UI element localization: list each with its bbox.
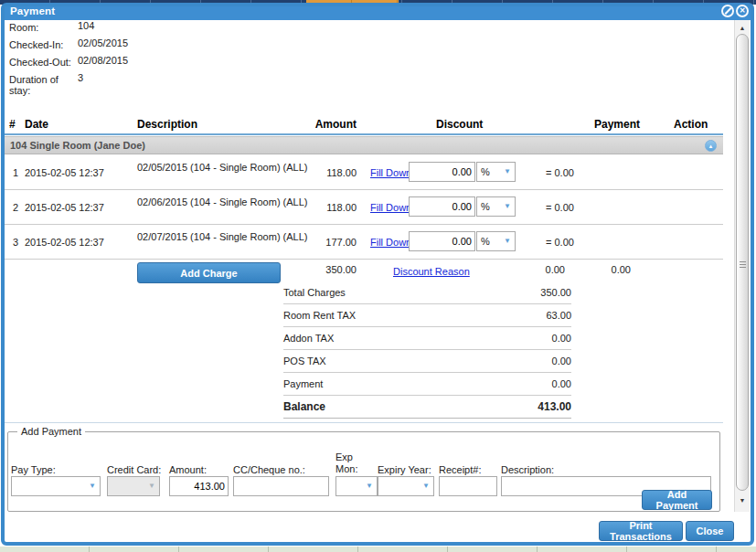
expiry-year-select[interactable]: ▼ xyxy=(378,476,434,496)
row-number: 3 xyxy=(9,237,22,248)
header-underline xyxy=(5,133,723,135)
chevron-down-icon: ▼ xyxy=(422,483,430,490)
payment-value: 0.00 xyxy=(552,378,571,389)
total-charges-value: 350.00 xyxy=(540,287,571,298)
discount-reason-link[interactable]: Discount Reason xyxy=(393,266,470,277)
background-page-bottom-strip xyxy=(0,547,756,552)
group-row-title: 104 Single Room (Jane Doe) xyxy=(10,137,145,154)
discount-result: = 0.00 xyxy=(546,202,574,213)
amount-label: Amount: xyxy=(169,464,207,475)
pay-type-label: Pay Type: xyxy=(11,464,56,475)
minimize-icon[interactable] xyxy=(721,5,734,17)
pos-tax-value: 0.00 xyxy=(552,356,571,366)
balance-row: Balance 413.00 xyxy=(283,396,571,419)
discount-unit-select[interactable]: % ▼ xyxy=(476,231,516,251)
cc-cheque-input[interactable] xyxy=(233,476,329,496)
discount-total: 0.00 xyxy=(512,264,565,275)
chevron-down-icon: ▼ xyxy=(366,483,373,490)
receipt-label: Receipt#: xyxy=(439,464,481,475)
cc-cheque-label: CC/Cheque no.: xyxy=(233,464,305,475)
duration-value: 3 xyxy=(78,72,83,83)
row-date: 2015-02-05 12:37 xyxy=(25,167,104,178)
exp-mon-select[interactable]: ▼ xyxy=(335,476,378,496)
discount-result: = 0.00 xyxy=(546,237,574,248)
minimize-slash-glyph xyxy=(724,7,731,15)
discount-input[interactable] xyxy=(409,162,475,182)
scroll-down-icon[interactable]: ▼ xyxy=(735,494,750,506)
chevron-down-icon: ▼ xyxy=(148,483,155,490)
description-label: Description: xyxy=(501,464,554,475)
section-separator xyxy=(5,422,723,423)
dialog-title: Payment xyxy=(10,5,55,16)
scrollbar-thumb[interactable] xyxy=(736,34,749,491)
discount-unit-select[interactable]: % ▼ xyxy=(476,196,516,217)
total-charges-label: Total Charges xyxy=(283,287,346,298)
amount-total: 350.00 xyxy=(283,264,357,275)
pay-type-select[interactable]: ▼ xyxy=(11,476,101,496)
room-rent-tax-row: Room Rent TAX 63.00 xyxy=(283,304,571,327)
checked-out-value: 02/08/2015 xyxy=(78,55,128,66)
print-transactions-button[interactable]: Print Transactions xyxy=(599,521,683,541)
chevron-down-icon: ▼ xyxy=(89,483,96,490)
fill-down-link[interactable]: Fill Down xyxy=(370,237,411,248)
receipt-input[interactable] xyxy=(439,476,497,496)
close-icon[interactable]: ✕ xyxy=(736,5,749,17)
table-row: 2 2015-02-05 12:37 02/06/2015 (104 - Sin… xyxy=(5,190,723,225)
row-number: 2 xyxy=(9,202,22,213)
credit-card-select[interactable]: ▼ xyxy=(107,476,160,496)
table-row: 1 2015-02-05 12:37 02/05/2015 (104 - Sin… xyxy=(5,155,723,190)
room-label: Room: xyxy=(9,22,80,33)
discount-unit-select[interactable]: % ▼ xyxy=(476,162,516,182)
payment-row: Payment 0.00 xyxy=(283,373,571,396)
add-charge-button[interactable]: Add Charge xyxy=(137,262,281,283)
table-row: 3 2015-02-05 12:37 02/07/2015 (104 - Sin… xyxy=(5,225,723,260)
exp-mon-label: Exp Mon: xyxy=(335,451,365,475)
row-date: 2015-02-05 12:37 xyxy=(25,237,104,248)
row-amount: 118.00 xyxy=(283,202,357,213)
col-header-amount: Amount xyxy=(283,118,357,131)
row-amount: 118.00 xyxy=(283,167,357,178)
expiry-year-label: Expiry Year: xyxy=(378,464,431,475)
chevron-down-icon: ▼ xyxy=(504,238,511,245)
close-button[interactable]: Close xyxy=(686,521,734,541)
row-number: 1 xyxy=(9,167,22,178)
discount-unit-value: % xyxy=(481,166,490,177)
chevron-down-icon: ▼ xyxy=(504,168,511,175)
room-value: 104 xyxy=(78,20,94,31)
fill-down-link[interactable]: Fill Down xyxy=(370,202,411,213)
total-charges-row: Total Charges 350.00 xyxy=(283,281,571,304)
scroll-up-icon[interactable]: ▲ xyxy=(735,21,750,34)
col-header-num: # xyxy=(9,118,16,131)
row-amount: 177.00 xyxy=(283,237,357,248)
col-header-discount: Discount xyxy=(436,118,483,131)
discount-unit-value: % xyxy=(481,236,490,247)
checked-out-label: Checked-Out: xyxy=(9,57,80,68)
add-payment-button[interactable]: Add Payment xyxy=(642,490,712,510)
credit-card-label: Credit Card: xyxy=(107,464,161,475)
discount-input[interactable] xyxy=(409,196,475,217)
chevron-down-icon: ▼ xyxy=(504,203,511,210)
payment-total: 0.00 xyxy=(576,264,631,275)
col-header-action: Action xyxy=(674,118,708,131)
row-date: 2015-02-05 12:37 xyxy=(25,202,104,213)
room-rent-tax-label: Room Rent TAX xyxy=(283,310,356,321)
add-payment-legend: Add Payment xyxy=(17,426,85,437)
scrollbar-grip xyxy=(740,261,746,269)
payment-amount-input[interactable] xyxy=(169,476,229,496)
addon-tax-label: Addon TAX xyxy=(283,333,334,344)
duration-label: Duration of stay: xyxy=(9,74,80,96)
col-header-date: Date xyxy=(25,118,48,131)
discount-input[interactable] xyxy=(409,231,475,251)
fill-down-link[interactable]: Fill Down xyxy=(370,167,411,178)
addon-tax-value: 0.00 xyxy=(552,333,571,344)
discount-unit-value: % xyxy=(481,201,490,212)
add-payment-section: Add Payment Pay Type: Credit Card: Amoun… xyxy=(7,426,720,512)
room-rent-tax-value: 63.00 xyxy=(546,310,571,321)
vertical-scrollbar[interactable]: ▲ ▼ xyxy=(734,20,750,512)
payment-label: Payment xyxy=(283,378,323,389)
balance-label: Balance xyxy=(283,400,325,413)
pos-tax-label: POS TAX xyxy=(283,356,326,366)
group-row: 104 Single Room (Jane Doe) ▲ xyxy=(5,136,723,154)
collapse-group-icon[interactable]: ▲ xyxy=(705,140,717,152)
dialog-titlebar[interactable]: Payment ✕ xyxy=(5,6,751,20)
